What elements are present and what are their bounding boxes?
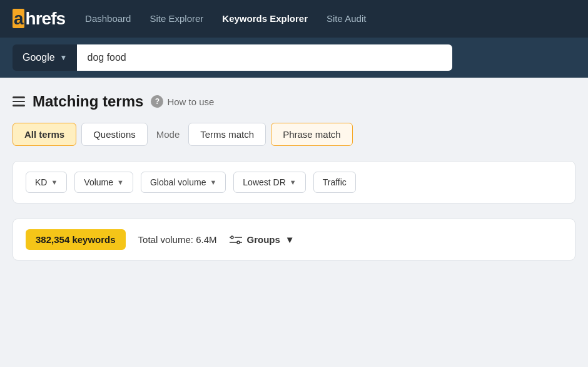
main-content: Matching terms ? How to use All terms Qu… xyxy=(0,78,588,276)
groups-chevron-icon: ▼ xyxy=(285,234,295,245)
keyword-search-input[interactable] xyxy=(77,44,452,71)
nav-item-dashboard[interactable]: Dashboard xyxy=(85,13,131,24)
ahrefs-logo[interactable]: ahrefs xyxy=(13,9,66,29)
lowest-dr-chevron-icon: ▼ xyxy=(290,178,297,186)
section-title: Matching terms xyxy=(33,93,143,110)
volume-chevron-icon: ▼ xyxy=(117,178,124,186)
total-volume-label: Total volume: xyxy=(138,234,193,245)
traffic-label: Traffic xyxy=(323,177,347,187)
total-volume-value: 6.4M xyxy=(196,234,216,245)
global-volume-filter[interactable]: Global volume ▼ xyxy=(141,172,226,193)
search-engine-selector[interactable]: Google ▼ xyxy=(13,44,77,71)
groups-label: Groups xyxy=(247,234,280,245)
logo-hrefs: hrefs xyxy=(24,9,66,28)
total-volume-text: Total volume: 6.4M xyxy=(138,234,217,245)
help-label: How to use xyxy=(167,96,214,107)
nav-item-keywords-explorer[interactable]: Keywords Explorer xyxy=(222,13,308,24)
volume-label: Volume xyxy=(84,177,113,187)
tab-terms-match[interactable]: Terms match xyxy=(188,123,266,146)
logo-a: a xyxy=(13,9,24,28)
kd-chevron-icon: ▼ xyxy=(51,178,58,186)
search-bar: Google ▼ xyxy=(0,38,588,78)
groups-button[interactable]: Groups ▼ xyxy=(230,234,295,245)
tab-all-terms[interactable]: All terms xyxy=(13,123,76,146)
nav-menu: Dashboard Site Explorer Keywords Explore… xyxy=(85,13,366,24)
results-bar: 382,354 keywords Total volume: 6.4M Grou… xyxy=(13,219,575,261)
global-volume-chevron-icon: ▼ xyxy=(210,178,216,186)
help-icon: ? xyxy=(151,95,163,108)
lowest-dr-filter[interactable]: Lowest DR ▼ xyxy=(233,172,305,193)
filter-tabs: All terms Questions Mode Terms match Phr… xyxy=(13,123,575,146)
kd-filter[interactable]: KD ▼ xyxy=(26,172,67,193)
svg-point-0 xyxy=(231,236,233,239)
kd-label: KD xyxy=(35,177,47,187)
nav-item-site-explorer[interactable]: Site Explorer xyxy=(150,13,203,24)
keywords-count-badge: 382,354 keywords xyxy=(26,229,126,250)
how-to-use-button[interactable]: ? How to use xyxy=(151,95,214,108)
tab-questions[interactable]: Questions xyxy=(81,123,148,146)
top-navigation: ahrefs Dashboard Site Explorer Keywords … xyxy=(0,0,588,38)
engine-chevron-icon: ▼ xyxy=(60,53,68,62)
search-engine-label: Google xyxy=(23,52,55,63)
menu-toggle-icon[interactable] xyxy=(13,96,25,106)
traffic-filter[interactable]: Traffic xyxy=(313,172,356,193)
filter-row: KD ▼ Volume ▼ Global volume ▼ Lowest DR … xyxy=(13,161,575,204)
groups-icon xyxy=(230,235,242,245)
mode-label: Mode xyxy=(153,123,184,145)
section-header: Matching terms ? How to use xyxy=(13,93,575,110)
nav-item-site-audit[interactable]: Site Audit xyxy=(327,13,366,24)
global-volume-label: Global volume xyxy=(150,177,206,187)
svg-point-3 xyxy=(237,241,240,244)
lowest-dr-label: Lowest DR xyxy=(243,177,285,187)
volume-filter[interactable]: Volume ▼ xyxy=(74,172,133,193)
tab-phrase-match[interactable]: Phrase match xyxy=(271,123,353,146)
